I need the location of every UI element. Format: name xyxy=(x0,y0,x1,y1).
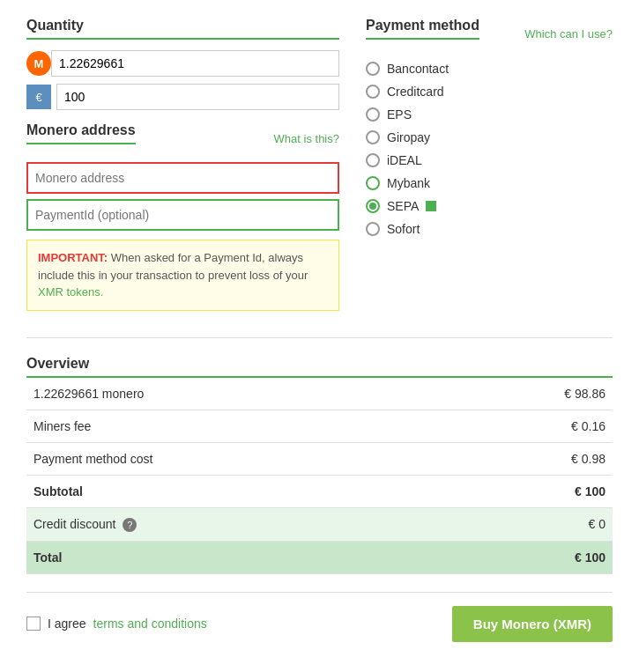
table-row: Miners fee € 0.16 xyxy=(26,410,613,442)
label-sofort: Sofort xyxy=(387,222,420,236)
monero-quantity-input[interactable] xyxy=(51,50,339,77)
sepa-icon xyxy=(426,201,436,211)
overview-value: € 0.98 xyxy=(441,442,613,475)
monero-quantity-row: M xyxy=(26,50,339,77)
payment-option-bancontact[interactable]: Bancontact xyxy=(366,57,613,80)
radio-giropay[interactable] xyxy=(366,130,380,144)
payment-option-eps[interactable]: EPS xyxy=(366,103,613,126)
section-divider xyxy=(26,337,613,338)
radio-mybank[interactable] xyxy=(366,176,380,190)
label-bancontact: Bancontact xyxy=(387,62,449,76)
payment-option-ideal[interactable]: iDEAL xyxy=(366,149,613,172)
overview-label-subtotal: Subtotal xyxy=(26,475,441,507)
payment-method-title: Payment method xyxy=(366,18,479,40)
radio-ideal[interactable] xyxy=(366,153,380,167)
warning-box: IMPORTANT: When asked for a Payment Id, … xyxy=(26,240,339,311)
which-can-i-use-link[interactable]: Which can I use? xyxy=(524,27,613,41)
radio-eps[interactable] xyxy=(366,107,380,122)
radio-creditcard[interactable] xyxy=(366,85,380,99)
radio-sofort[interactable] xyxy=(366,222,380,236)
radio-bancontact[interactable] xyxy=(366,62,380,76)
overview-value: € 0.16 xyxy=(441,410,613,442)
overview-label-credit: Credit discount ? xyxy=(26,507,441,541)
payment-option-giropay[interactable]: Giropay xyxy=(366,126,613,149)
buy-monero-button[interactable]: Buy Monero (XMR) xyxy=(452,606,613,642)
terms-checkbox[interactable] xyxy=(26,617,41,631)
euro-icon: € xyxy=(26,85,51,109)
overview-label: 1.22629661 monero xyxy=(26,378,441,410)
label-ideal: iDEAL xyxy=(387,153,422,167)
table-row-credit: Credit discount ? € 0 xyxy=(26,507,613,541)
overview-section: Overview 1.22629661 monero € 98.86 Miner… xyxy=(26,356,613,574)
terms-and-conditions-link[interactable]: terms and conditions xyxy=(93,617,207,631)
euro-quantity-row: € xyxy=(26,84,339,110)
monero-address-title: Monero address xyxy=(26,122,136,144)
label-creditcard: Creditcard xyxy=(387,85,444,99)
terms-row: I agree terms and conditions xyxy=(26,617,207,631)
payment-option-sepa[interactable]: SEPA xyxy=(366,195,613,218)
overview-value-subtotal: € 100 xyxy=(441,475,613,507)
radio-sepa[interactable] xyxy=(366,199,380,213)
monero-address-input[interactable] xyxy=(26,162,339,194)
label-sepa: SEPA xyxy=(387,199,419,213)
quantity-title: Quantity xyxy=(26,18,339,40)
monero-icon: M xyxy=(26,51,51,76)
bottom-section: I agree terms and conditions Buy Monero … xyxy=(26,592,613,655)
table-row: Payment method cost € 0.98 xyxy=(26,442,613,475)
terms-text: I agree xyxy=(48,617,86,631)
euro-quantity-input[interactable] xyxy=(56,84,339,110)
table-row-subtotal: Subtotal € 100 xyxy=(26,475,613,507)
sepa-row: SEPA xyxy=(387,199,436,213)
quantity-section: Quantity M € xyxy=(26,18,339,110)
overview-label: Miners fee xyxy=(26,410,441,442)
payment-option-creditcard[interactable]: Creditcard xyxy=(366,80,613,103)
payment-method-header: Payment method Which can I use? xyxy=(366,18,613,50)
table-row: 1.22629661 monero € 98.86 xyxy=(26,378,613,410)
xmr-tokens-text: XMR tokens. xyxy=(38,285,103,299)
top-section: Quantity M € xyxy=(26,18,613,311)
overview-table: 1.22629661 monero € 98.86 Miners fee € 0… xyxy=(26,378,613,574)
left-column: Quantity M € xyxy=(26,18,339,311)
label-mybank: Mybank xyxy=(387,176,430,190)
monero-address-header: Monero address What is this? xyxy=(26,122,339,155)
warning-bold: IMPORTANT: xyxy=(38,251,108,264)
payment-id-input[interactable] xyxy=(26,199,339,231)
overview-value: € 98.86 xyxy=(441,378,613,410)
what-is-this-link[interactable]: What is this? xyxy=(274,132,339,145)
payment-option-mybank[interactable]: Mybank xyxy=(366,172,613,195)
label-eps: EPS xyxy=(387,107,412,122)
payment-options-list: Bancontact Creditcard EPS Giropay xyxy=(366,57,613,240)
label-giropay: Giropay xyxy=(387,130,430,144)
right-column: Payment method Which can I use? Banconta… xyxy=(366,18,613,311)
help-icon[interactable]: ? xyxy=(123,518,137,532)
table-row-total: Total € 100 xyxy=(26,541,613,573)
overview-label-total: Total xyxy=(26,541,441,573)
main-container: Quantity M € xyxy=(0,0,639,672)
payment-option-sofort[interactable]: Sofort xyxy=(366,218,613,240)
overview-value-total: € 100 xyxy=(441,541,613,573)
monero-address-section: Monero address What is this? IMPORTANT: … xyxy=(26,122,339,311)
overview-label: Payment method cost xyxy=(26,442,441,475)
overview-value-credit: € 0 xyxy=(441,507,613,541)
overview-title: Overview xyxy=(26,356,613,378)
